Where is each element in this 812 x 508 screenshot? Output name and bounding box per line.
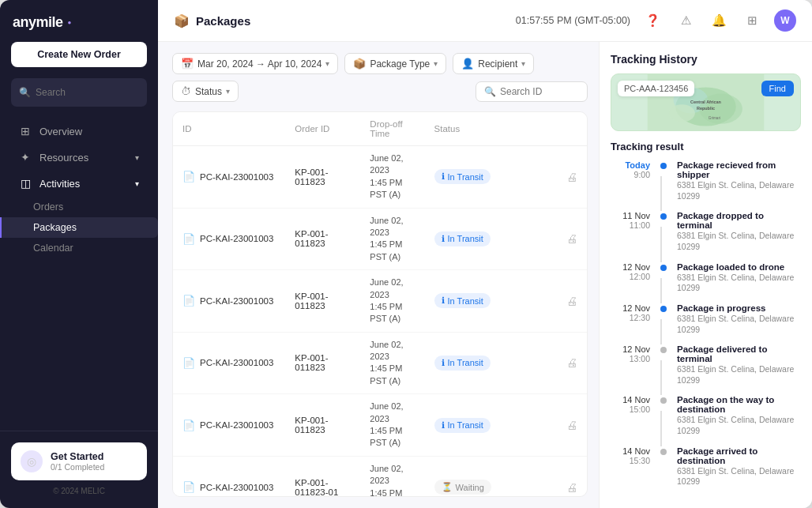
status-icon: ℹ: [442, 234, 445, 244]
print-icon[interactable]: 🖨: [566, 481, 577, 494]
timeline-date: 11 Nov 11:00: [611, 211, 650, 252]
recipient-filter[interactable]: 👤 Recipient ▾: [453, 53, 534, 74]
sidebar-item-activities[interactable]: ◫ Activities ▾: [6, 171, 152, 196]
date-range-label: Mar 20, 2024 → Apr 10, 2024: [197, 58, 321, 70]
doc-icon: 📄: [182, 420, 195, 431]
search-input[interactable]: [36, 87, 154, 98]
timeline-date: 12 Nov 12:00: [611, 262, 650, 294]
doc-icon: 📄: [182, 233, 195, 245]
package-type-filter[interactable]: 📦 Package Type ▾: [344, 53, 446, 74]
sidebar-item-packages[interactable]: Packages: [0, 217, 158, 238]
table-row[interactable]: 📄 PC-KAI-23001003 KP-001-011823 June 02,…: [173, 146, 587, 209]
sidebar-item-orders[interactable]: Orders: [0, 197, 158, 217]
map-find-button[interactable]: Find: [761, 81, 794, 96]
notification-icon[interactable]: 🔔: [708, 9, 730, 32]
col-actions: [557, 112, 587, 146]
package-id: PC-KAI-23001003: [200, 420, 273, 430]
cell-drop-time: June 02, 2023 1:45 PM PST (A): [360, 270, 424, 333]
timeline-date-main: 12 Nov: [611, 262, 650, 272]
status-icon: ℹ: [442, 295, 445, 306]
print-icon[interactable]: 🖨: [566, 356, 577, 369]
sidebar-search[interactable]: 🔍 ⌘ K: [11, 78, 147, 107]
map-container: PC-AAA-123456 Find Central African Repub…: [611, 73, 801, 131]
timeline-address: 6381 Elgin St. Celina, Delaware 10299: [677, 415, 801, 436]
timeline-date: 12 Nov 13:00: [611, 344, 650, 386]
table-row[interactable]: 📄 PC-KAI-23001003 KP-001-011823 June 02,…: [173, 208, 587, 270]
get-started-button[interactable]: ◎ Get Started 0/1 Completed: [11, 442, 147, 480]
recipient-icon: 👤: [461, 58, 474, 70]
cell-order-id: KP-001-011823: [285, 332, 360, 394]
get-started-info: Get Started 0/1 Completed: [51, 451, 104, 472]
timeline-item: 14 Nov 15:30 Package arrived to destinat…: [611, 446, 801, 497]
status-badge: ℹ In Transit: [434, 231, 491, 246]
timeline-dot: [660, 449, 667, 455]
sidebar-item-resources[interactable]: ✦ Resources ▾: [6, 145, 152, 170]
date-chevron-icon: ▾: [325, 59, 329, 68]
table-row[interactable]: 📄 PC-KAI-23001003 KP-001-011823-01 June …: [173, 456, 587, 497]
timeline-item: Today 9:00 Package recieved from shipper…: [611, 160, 801, 211]
sidebar-item-overview[interactable]: ⊞ Overview: [6, 119, 152, 144]
table-row[interactable]: 📄 PC-KAI-23001003 KP-001-011823 June 02,…: [173, 394, 587, 457]
timeline-item: 12 Nov 12:00 Package loaded to drone 638…: [611, 262, 801, 303]
cell-drop-time: June 02, 2023 1:45 PM PST (A): [360, 146, 424, 209]
status-badge: ℹ In Transit: [434, 356, 491, 371]
timeline-dot: [660, 265, 667, 271]
sidebar-item-activities-label: Activities: [39, 178, 80, 190]
sidebar-item-calendar[interactable]: Calendar: [0, 238, 158, 258]
table-row[interactable]: 📄 PC-KAI-23001003 KP-001-011823 June 02,…: [173, 332, 587, 394]
timeline-dot-area: [658, 262, 669, 294]
timeline-content: Package delivered to terminal 6381 Elgin…: [677, 344, 801, 386]
cell-print: 🖨: [557, 332, 587, 394]
print-icon[interactable]: 🖨: [566, 171, 577, 183]
timeline-date-main: Today: [611, 160, 650, 170]
help-icon[interactable]: ❓: [641, 9, 664, 32]
print-icon[interactable]: 🖨: [566, 419, 577, 431]
package-id: PC-KAI-23001003: [200, 483, 273, 492]
topbar-actions: 01:57:55 PM (GMT-05:00) ❓ ⚠ 🔔 ⊞ W: [516, 9, 796, 32]
print-icon[interactable]: 🖨: [566, 232, 577, 245]
cell-print: 🖨: [557, 208, 587, 270]
create-new-order-button[interactable]: Create New Order: [11, 42, 147, 67]
col-status: Status: [425, 112, 557, 146]
status-badge: ℹ In Transit: [434, 418, 491, 433]
svg-text:Republic: Republic: [697, 106, 715, 111]
cell-id: 📄 PC-KAI-23001003: [173, 456, 285, 497]
timeline-time: 15:30: [611, 456, 650, 465]
timeline-event-label: Package loaded to drone: [677, 262, 801, 272]
topbar: 📦 Packages 01:57:55 PM (GMT-05:00) ❓ ⚠ 🔔…: [158, 0, 812, 42]
table-row[interactable]: 📄 PC-KAI-23001003 KP-001-011823 June 02,…: [173, 270, 587, 333]
logo-area: anymile●: [0, 0, 158, 42]
resources-icon: ✦: [19, 151, 32, 164]
timeline-address: 6381 Elgin St. Celina, Delaware 10299: [677, 231, 801, 252]
tracking-result-title: Tracking result: [611, 141, 801, 152]
search-id-input[interactable]: [500, 86, 579, 97]
timeline-time: 13:00: [611, 354, 650, 363]
packages-table: ID Order ID Drop-off Time Status 📄 PC-KA…: [173, 112, 587, 497]
status-filter[interactable]: ⏱ Status ▾: [172, 81, 239, 102]
cell-print: 🖨: [557, 456, 587, 497]
grid-icon[interactable]: ⊞: [741, 9, 763, 32]
timeline-date: 12 Nov 12:30: [611, 303, 650, 335]
status-badge: ℹ In Transit: [434, 169, 491, 184]
map-id-badge: PC-AAA-123456: [618, 81, 694, 96]
search-icon: 🔍: [19, 87, 31, 98]
timeline-event-label: Package in progress: [677, 303, 801, 313]
timeline-time: 15:00: [611, 405, 650, 414]
timeline-date-main: 12 Nov: [611, 344, 650, 354]
user-avatar[interactable]: W: [774, 9, 796, 32]
packages-panel: 📅 Mar 20, 2024 → Apr 10, 2024 ▾ 📦 Packag…: [158, 42, 599, 508]
warning-icon[interactable]: ⚠: [675, 9, 697, 32]
timeline-dot-area: [658, 303, 669, 335]
tracking-history-title: Tracking History: [611, 53, 801, 66]
status-icon: ℹ: [442, 358, 445, 368]
timeline-date: 14 Nov 15:30: [611, 446, 650, 487]
timeline-dot: [660, 347, 667, 353]
sidebar-item-resources-label: Resources: [39, 152, 88, 164]
cell-print: 🖨: [557, 394, 587, 457]
search-id-filter[interactable]: 🔍: [476, 81, 588, 102]
timeline-dot: [660, 397, 667, 404]
print-icon[interactable]: 🖨: [566, 295, 577, 307]
date-range-filter[interactable]: 📅 Mar 20, 2024 → Apr 10, 2024 ▾: [172, 53, 338, 74]
col-id: ID: [173, 112, 285, 146]
timeline-date-main: 14 Nov: [611, 395, 650, 405]
